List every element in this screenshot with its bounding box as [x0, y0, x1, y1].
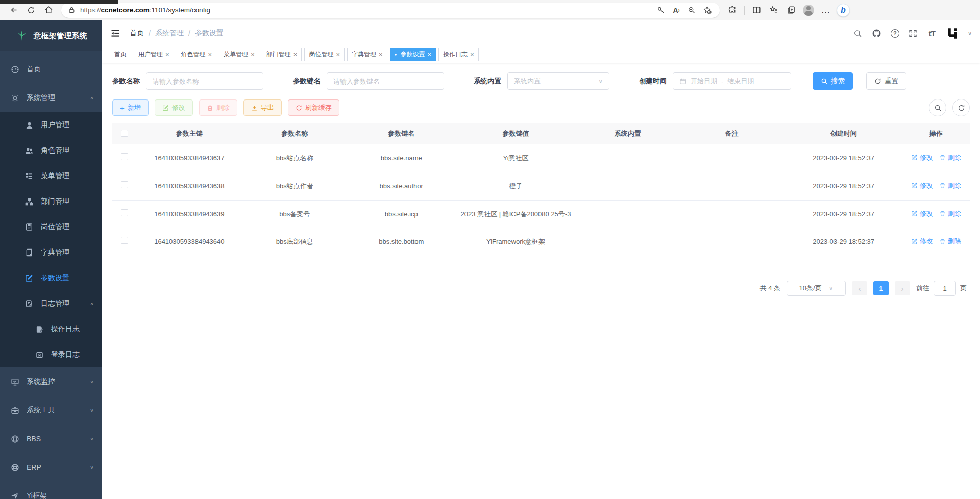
favorites-bar-icon[interactable] [765, 3, 782, 18]
tab-home[interactable]: 首页 [110, 48, 131, 61]
row-checkbox[interactable] [121, 237, 128, 244]
row-checkbox[interactable] [121, 181, 128, 188]
close-icon[interactable]: × [427, 51, 431, 58]
page-number-1[interactable]: 1 [873, 281, 889, 295]
bing-copilot-icon[interactable]: b [835, 3, 852, 18]
next-page-button[interactable]: › [895, 281, 910, 295]
browser-home-button[interactable] [40, 3, 57, 18]
sidebar-item-erp[interactable]: ERP ∨ [0, 453, 102, 482]
breadcrumb-home[interactable]: 首页 [130, 29, 144, 38]
row-checkbox[interactable] [121, 153, 128, 160]
sidebar-item-posts[interactable]: 岗位管理 [0, 214, 102, 240]
breadcrumb-system[interactable]: 系统管理 [155, 29, 184, 38]
table-row: 1641030593384943637 bbs站点名称 bbs.site.nam… [112, 144, 970, 172]
col-param-id: 参数主键 [137, 123, 241, 144]
help-icon[interactable]: ? [891, 29, 899, 38]
tab-departments[interactable]: 部门管理× [262, 48, 302, 61]
breadcrumb-separator: / [149, 29, 151, 37]
sidebar-item-roles[interactable]: 角色管理 [0, 138, 102, 163]
tab-menus[interactable]: 菜单管理× [219, 48, 259, 61]
tab-posts[interactable]: 岗位管理× [304, 48, 345, 61]
browser-menu-icon[interactable]: … [817, 3, 835, 18]
row-delete-link[interactable]: 删除 [939, 153, 961, 163]
profile-avatar[interactable] [800, 3, 817, 18]
zoom-out-icon[interactable] [684, 4, 699, 17]
close-icon[interactable]: × [470, 51, 474, 58]
sidebar-item-dictionary[interactable]: 字典管理 [0, 240, 102, 265]
collections-icon[interactable] [782, 3, 800, 18]
row-edit-link[interactable]: 修改 [911, 236, 933, 246]
browser-refresh-button[interactable] [22, 3, 40, 18]
search-button[interactable]: 搜索 [813, 72, 853, 90]
end-date-placeholder: 结束日期 [727, 77, 754, 86]
sidebar-item-yi-framework[interactable]: Yi框架 [0, 482, 102, 499]
font-size-icon[interactable]: tT [927, 28, 937, 38]
row-edit-link[interactable]: 修改 [911, 153, 933, 163]
row-delete-link[interactable]: 删除 [939, 181, 961, 191]
read-aloud-icon[interactable]: A) [669, 4, 684, 17]
sidebar-item-departments[interactable]: 部门管理 [0, 189, 102, 214]
tab-config-active[interactable]: ●参数设置× [390, 48, 436, 61]
tab-op-log[interactable]: 操作日志× [438, 48, 479, 61]
sidebar-item-system[interactable]: 系统管理 ∧ [0, 84, 102, 112]
add-button[interactable]: + 新增 [112, 99, 149, 116]
top-navbar: 首页 / 系统管理 / 参数设置 ? tT [102, 20, 980, 46]
export-button[interactable]: 导出 [243, 99, 282, 116]
row-edit-link[interactable]: 修改 [911, 209, 933, 219]
builtin-select[interactable]: 系统内置 ∨ [507, 72, 609, 90]
table-refresh-button[interactable] [952, 99, 970, 116]
close-icon[interactable]: × [165, 51, 169, 58]
sidebar-item-config[interactable]: 参数设置 [0, 265, 102, 291]
close-icon[interactable]: × [293, 51, 298, 58]
edit-icon [162, 105, 169, 111]
close-icon[interactable]: × [251, 51, 255, 58]
chevron-down-icon[interactable]: ∨ [968, 30, 972, 37]
sidebar-item-logs[interactable]: 日志管理 ∧ [0, 291, 102, 316]
param-key-input[interactable] [333, 78, 437, 85]
tab-dictionary[interactable]: 字典管理× [347, 48, 387, 61]
col-builtin: 系统内置 [577, 123, 678, 144]
reset-button[interactable]: 重置 [866, 72, 906, 90]
close-icon[interactable]: × [379, 51, 383, 58]
sidebar-item-monitor[interactable]: 系统监控 ∨ [0, 367, 102, 396]
tab-roles[interactable]: 角色管理× [177, 48, 217, 61]
goto-page-input[interactable] [934, 281, 956, 296]
hamburger-icon[interactable] [110, 28, 121, 39]
fullscreen-icon[interactable] [908, 28, 918, 38]
row-edit-link[interactable]: 修改 [911, 181, 933, 191]
sidebar-item-op-log[interactable]: 操作日志 [0, 316, 102, 342]
select-all-checkbox[interactable] [121, 130, 128, 137]
close-icon[interactable]: × [208, 51, 212, 58]
edit-icon [911, 238, 918, 245]
password-key-icon[interactable] [653, 4, 669, 17]
github-icon[interactable] [872, 28, 882, 38]
prev-page-button[interactable]: ‹ [852, 281, 867, 295]
sidebar-item-home[interactable]: 首页 [0, 55, 102, 84]
row-checkbox[interactable] [121, 209, 128, 216]
sidebar-item-bbs[interactable]: BBS ∨ [0, 425, 102, 453]
sidebar-item-tools[interactable]: 系统工具 ∨ [0, 396, 102, 425]
sidebar-item-users[interactable]: 用户管理 [0, 112, 102, 138]
app-logo[interactable]: 意框架管理系统 [0, 20, 102, 51]
param-name-label: 参数名称 [112, 77, 140, 86]
row-delete-link[interactable]: 删除 [939, 209, 961, 219]
sidebar-item-menus[interactable]: 菜单管理 [0, 163, 102, 189]
extensions-icon[interactable] [724, 3, 741, 18]
sidebar-item-login-log[interactable]: 登录日志 [0, 342, 102, 367]
table-search-toggle-button[interactable] [929, 99, 946, 116]
split-screen-icon[interactable] [748, 3, 765, 18]
delete-button[interactable]: 删除 [199, 99, 237, 116]
tab-users[interactable]: 用户管理× [134, 48, 174, 61]
favorite-star-icon[interactable] [699, 4, 715, 17]
date-range-picker[interactable]: 开始日期 - 结束日期 [673, 72, 791, 90]
user-logo-avatar[interactable] [946, 27, 959, 40]
browser-back-button[interactable] [5, 3, 22, 18]
page-size-select[interactable]: 10条/页 ∨ [787, 281, 846, 296]
address-bar[interactable]: https://ccnetcore.com:1101/system/config… [61, 3, 720, 18]
header-search-icon[interactable] [853, 28, 863, 38]
row-delete-link[interactable]: 删除 [939, 236, 961, 246]
refresh-cache-button[interactable]: 刷新缓存 [288, 99, 339, 116]
param-name-input[interactable] [153, 78, 257, 85]
edit-button[interactable]: 修改 [155, 99, 193, 116]
close-icon[interactable]: × [336, 51, 340, 58]
